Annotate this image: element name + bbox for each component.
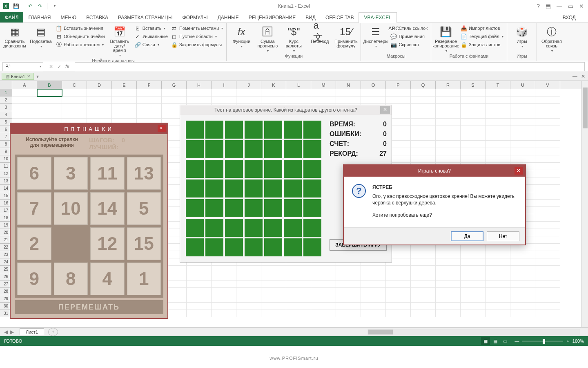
- undo-icon[interactable]: ↶: [27, 2, 34, 10]
- tab-home[interactable]: ГЛАВНАЯ: [23, 12, 56, 22]
- signin-link[interactable]: Вход: [558, 12, 588, 22]
- cell[interactable]: [535, 192, 560, 200]
- cell[interactable]: [361, 288, 386, 295]
- game-tile[interactable]: 10: [54, 192, 88, 225]
- cell[interactable]: [436, 89, 461, 96]
- color-cell[interactable]: [205, 238, 223, 256]
- cell[interactable]: [461, 141, 486, 148]
- col-header[interactable]: L: [286, 81, 311, 89]
- tab-data[interactable]: ДАННЫЕ: [213, 12, 244, 22]
- excel-icon[interactable]: X: [2, 2, 10, 10]
- minimize-icon[interactable]: —: [557, 3, 562, 9]
- cell[interactable]: [212, 96, 236, 104]
- col-header[interactable]: F: [137, 81, 162, 89]
- btn-swap[interactable]: ⇄Поменять местами: [170, 25, 224, 32]
- color-cell[interactable]: [284, 140, 302, 158]
- view-pagebreak-icon[interactable]: ▭: [501, 337, 510, 345]
- cell[interactable]: [486, 288, 510, 295]
- cell[interactable]: [510, 155, 535, 163]
- cell[interactable]: [261, 288, 286, 295]
- btn-sum-text[interactable]: 🄰Суммапрописью: [255, 25, 280, 54]
- color-cell[interactable]: [284, 180, 302, 197]
- cell[interactable]: [386, 266, 411, 273]
- cell[interactable]: [336, 89, 361, 96]
- color-cell[interactable]: [225, 180, 243, 197]
- cell[interactable]: [37, 96, 62, 104]
- cell[interactable]: [261, 273, 286, 280]
- color-cell[interactable]: [186, 121, 204, 139]
- cell[interactable]: [212, 295, 236, 303]
- game-tile[interactable]: 4: [90, 263, 125, 295]
- game-tile[interactable]: 3: [54, 157, 88, 190]
- cell[interactable]: [361, 89, 386, 96]
- cell[interactable]: [286, 280, 311, 288]
- cell[interactable]: [137, 96, 162, 104]
- game-tile[interactable]: 13: [127, 157, 161, 190]
- col-header[interactable]: M: [311, 81, 336, 89]
- cell[interactable]: [311, 280, 336, 288]
- cell[interactable]: [261, 89, 286, 96]
- cell[interactable]: [436, 295, 461, 303]
- cell[interactable]: [236, 280, 261, 288]
- close-icon[interactable]: ✕: [514, 167, 523, 175]
- btn-paste-values[interactable]: 📋Вставить значения: [55, 25, 106, 32]
- cell[interactable]: [461, 155, 486, 163]
- cell[interactable]: [486, 251, 510, 258]
- cell[interactable]: [162, 96, 187, 104]
- color-cell[interactable]: [186, 180, 204, 197]
- cell[interactable]: [87, 96, 112, 104]
- cell[interactable]: [411, 295, 436, 303]
- game-tile[interactable]: 12: [90, 227, 125, 260]
- color-cell[interactable]: [225, 219, 243, 237]
- color-cell[interactable]: [284, 121, 302, 139]
- cell[interactable]: [411, 148, 436, 155]
- col-header[interactable]: T: [486, 81, 510, 89]
- cell[interactable]: [535, 141, 560, 148]
- cell[interactable]: [510, 111, 535, 119]
- game-tile[interactable]: 7: [17, 192, 51, 225]
- cell[interactable]: [436, 310, 461, 317]
- cell[interactable]: [510, 273, 535, 280]
- color-cell[interactable]: [245, 219, 263, 237]
- cell[interactable]: [12, 111, 37, 119]
- cell[interactable]: [486, 258, 510, 266]
- cell[interactable]: [411, 280, 436, 288]
- btn-apply-formula[interactable]: 15⁄Применитьформулу: [334, 25, 358, 54]
- cell[interactable]: [535, 119, 560, 126]
- cell[interactable]: [436, 258, 461, 266]
- cell[interactable]: [112, 111, 137, 119]
- cell[interactable]: [286, 96, 311, 104]
- fx-icon[interactable]: fx: [65, 64, 69, 70]
- tab-pagelayout[interactable]: РАЗМЕТКА СТРАНИЦЫ: [113, 12, 178, 22]
- color-cell[interactable]: [264, 121, 282, 139]
- cell[interactable]: [486, 133, 510, 141]
- col-header[interactable]: V: [535, 81, 560, 89]
- cell[interactable]: [311, 303, 336, 310]
- cell[interactable]: [535, 200, 560, 207]
- cell[interactable]: [411, 133, 436, 141]
- col-header[interactable]: K: [261, 81, 286, 89]
- cell[interactable]: [461, 266, 486, 273]
- cell[interactable]: [37, 104, 62, 111]
- cell[interactable]: [87, 89, 112, 96]
- cell[interactable]: [236, 303, 261, 310]
- cell[interactable]: [361, 280, 386, 288]
- cell[interactable]: [411, 273, 436, 280]
- nav-prev-icon[interactable]: ◀: [4, 329, 8, 335]
- color-cell[interactable]: [303, 238, 321, 256]
- cell[interactable]: [386, 273, 411, 280]
- cell[interactable]: [436, 155, 461, 163]
- row-header[interactable]: 2: [0, 96, 12, 104]
- color-cell[interactable]: [225, 238, 243, 256]
- cell[interactable]: [187, 310, 212, 317]
- btn-empty-areas[interactable]: ◻Пустые области: [170, 33, 224, 40]
- cell[interactable]: [461, 89, 486, 96]
- select-all-corner[interactable]: [0, 81, 12, 89]
- row-header[interactable]: 4: [0, 111, 12, 119]
- cell[interactable]: [187, 288, 212, 295]
- sheet-nav[interactable]: ◀▶: [0, 329, 18, 335]
- game-tile[interactable]: 1: [127, 263, 161, 295]
- enter-icon[interactable]: ✓: [57, 64, 61, 70]
- cell[interactable]: [436, 273, 461, 280]
- cell[interactable]: [510, 96, 535, 104]
